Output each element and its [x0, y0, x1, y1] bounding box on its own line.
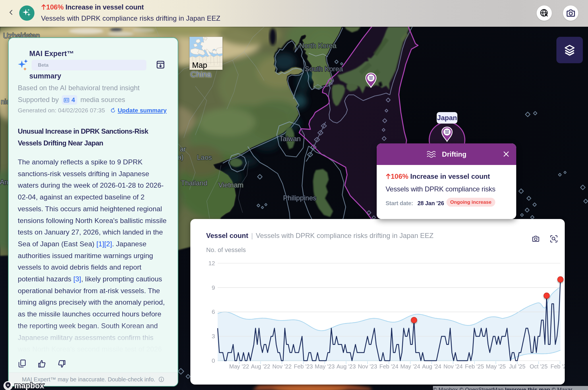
svg-text:ar: ar — [180, 145, 186, 153]
svg-text:Jul '25: Jul '25 — [509, 363, 525, 370]
svg-text:9: 9 — [212, 284, 215, 291]
svg-text:Feb '23: Feb '23 — [294, 363, 313, 370]
svg-text:Oct '25: Oct '25 — [530, 363, 548, 370]
svg-text:South Korea: South Korea — [305, 65, 343, 73]
svg-text:a): a) — [178, 153, 183, 161]
svg-text:Nov '23: Nov '23 — [358, 363, 377, 370]
svg-text:mapbox: mapbox — [14, 381, 44, 390]
svg-text:Feb '25: Feb '25 — [465, 363, 484, 370]
svg-text:May '22: May '22 — [229, 363, 249, 370]
svg-text:May '25: May '25 — [486, 363, 506, 370]
svg-text:Aug '24: Aug '24 — [422, 363, 441, 370]
svg-text:Feb '26: Feb '26 — [550, 363, 565, 370]
svg-text:Laos: Laos — [197, 153, 212, 161]
svg-text:6: 6 — [212, 308, 215, 315]
svg-text:Nov '22: Nov '22 — [272, 363, 291, 370]
svg-text:12: 12 — [208, 260, 215, 266]
svg-text:North Korea: North Korea — [299, 42, 336, 49]
svg-text:Aug '22: Aug '22 — [251, 363, 270, 370]
svg-text:3: 3 — [212, 333, 215, 339]
svg-text:Aug '23: Aug '23 — [336, 363, 356, 370]
svg-text:May '23: May '23 — [315, 363, 334, 370]
svg-text:Feb '24: Feb '24 — [379, 363, 398, 370]
svg-text:0: 0 — [212, 357, 215, 364]
svg-text:May '24: May '24 — [400, 363, 420, 370]
svg-text:Taiwan: Taiwan — [279, 135, 301, 143]
svg-text:Philippines: Philippines — [283, 194, 316, 202]
svg-text:Nov '24: Nov '24 — [443, 363, 463, 370]
svg-text:Thailand: Thailand — [181, 179, 207, 187]
svg-text:Vietnam: Vietnam — [218, 181, 243, 189]
svg-text:An: An — [0, 178, 8, 186]
